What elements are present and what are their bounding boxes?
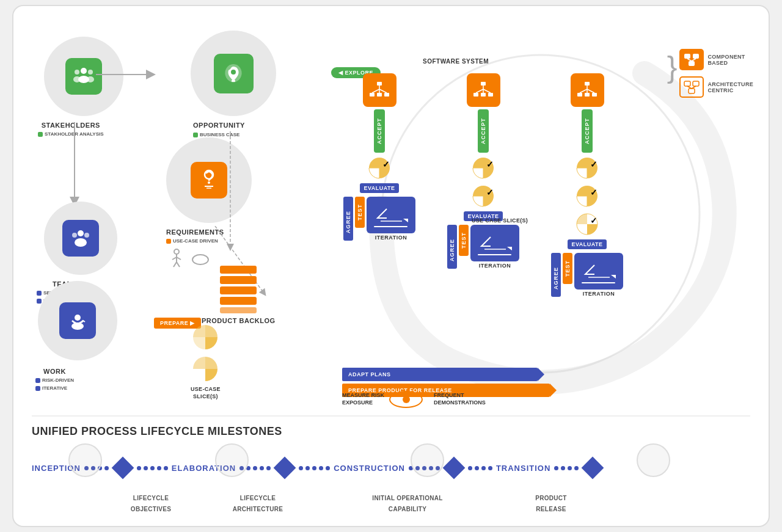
agree-btn-1[interactable]: AGREE [343,197,353,241]
milestone-3-label: INITIAL OPERATIONALCAPABILITY [372,495,442,512]
svg-rect-35 [693,54,699,59]
svg-rect-45 [370,93,375,97]
milestone-1-label: LIFECYCLEOBJECTIVES [131,495,171,512]
svg-text:✓: ✓ [382,159,390,169]
use-case-slices-label: USE-CASESLICE(S) [191,386,221,400]
iteration-col-2: ACCEPT ✓ ✓ EVALUATE [447,73,519,269]
pie-chart-1a: ✓ [367,155,392,181]
svg-point-10 [84,233,89,238]
component-icon [679,49,704,70]
svg-line-24 [174,262,177,267]
svg-line-22 [172,257,177,260]
svg-point-11 [75,315,81,321]
svg-line-37 [687,59,692,61]
svg-rect-40 [693,81,699,86]
milestone-2-label: LIFECYCLEARCHITECTURE [233,495,283,512]
architecture-centric-label: ARCHITECTURE CENTRIC [707,81,753,93]
test-btn-2[interactable]: TEST [459,225,469,256]
measure-risk-label: MEASURE RISK EXPOSURE [342,392,384,406]
agree-btn-3[interactable]: AGREE [551,253,561,297]
software-system-area: SOFTWARE SYSTEM [423,55,489,66]
opportunity-label: OPPORTUNITY [193,122,245,129]
accept-btn-1[interactable]: ACCEPT [374,109,385,153]
network-icon-1 [363,73,396,107]
svg-rect-29 [220,266,257,274]
svg-point-20 [174,249,179,254]
svg-rect-54 [473,93,478,97]
pie-chart-2a: ✓ [470,155,496,181]
evaluate-btn-1[interactable]: EVALUATE [360,183,398,193]
top-section: STAKEHOLDERS STAKHOLDER ANALYSIS [26,18,756,409]
construction-label: CONSTRUCTION [334,464,405,473]
svg-point-7 [78,230,84,236]
eye-icon [389,391,423,408]
product-backlog: PRODUCT BACKLOG [202,263,276,324]
diamond-1 [111,457,134,479]
work-label: WORK [35,368,74,375]
accept-btn-2[interactable]: ACCEPT [478,109,489,153]
adapt-plans-bar: ADAPT PLANS [342,368,538,381]
measure-risk-area: MEASURE RISK EXPOSURE FREQUENT DEMONSTRA… [342,391,486,408]
svg-rect-34 [684,54,690,59]
svg-text:✓: ✓ [590,188,597,197]
iteration-label-2: ITERATION [479,263,511,269]
diamond-3 [443,457,466,479]
iteration-label-1: ITERATION [375,235,407,241]
risk-driven-label: RISK-DRIVEN [35,377,74,383]
svg-line-69 [587,89,594,93]
svg-point-14 [231,70,236,75]
agree-btn-2[interactable]: AGREE [447,225,457,269]
component-based-label: COMPONENT BASED [707,54,745,66]
evaluate-btn-3[interactable]: EVALUATE [568,239,606,249]
svg-line-38 [692,59,696,61]
iteration-col-3: ACCEPT ✓ ✓ [551,73,623,297]
team-circle [44,202,117,275]
right-panel: EXPLORE SOFTWARE SYSTEM } [325,18,756,409]
svg-text:✓: ✓ [486,159,494,169]
architecture-centric-item: ARCHITECTURE CENTRIC [679,76,753,98]
svg-line-49 [372,89,379,93]
svg-line-23 [177,257,181,260]
frequent-demos-label: FREQUENT DEMONSTRATIONS [434,392,486,406]
test-btn-3[interactable]: TEST [563,253,572,284]
test-btn-1[interactable]: TEST [355,197,365,228]
svg-rect-47 [384,93,389,97]
pie-chart-3c: ✓ [574,211,600,237]
svg-line-25 [177,262,180,267]
svg-rect-30 [220,276,257,284]
svg-line-50 [379,89,387,93]
iteration-label-3: ITERATION [583,291,615,297]
iteration-col-1: ACCEPT ✓ EVALUATE AGREE TEST [343,73,415,241]
svg-line-59 [483,89,491,93]
network-icon-2 [467,73,500,107]
network-icon-3 [571,73,604,107]
svg-rect-31 [220,286,257,294]
svg-point-3 [73,76,81,82]
svg-text:✓: ✓ [486,188,494,197]
svg-rect-46 [377,93,382,97]
left-panel: STAKEHOLDERS STAKHOLDER ANALYSIS [26,18,160,409]
svg-point-17 [208,181,210,184]
work-circle [38,281,117,360]
svg-rect-66 [592,93,597,97]
opportunity-circle [191,31,276,116]
svg-point-4 [88,70,93,75]
svg-rect-56 [488,93,493,97]
use-case-slices-right-label: USE CASE SLICE(S) [472,217,528,224]
lifecycle-section: UNIFIED PROCESS LIFECYCLE MILESTONES INC… [26,409,756,514]
svg-rect-41 [689,89,695,93]
lifecycle-title: UNIFIED PROCESS LIFECYCLE MILESTONES [32,425,750,438]
main-container: STAKEHOLDERS STAKHOLDER ANALYSIS [12,5,770,527]
diamond-4 [582,457,604,479]
svg-line-68 [580,89,587,93]
svg-rect-44 [377,82,382,86]
diamond-2 [274,457,296,479]
iterative-label: ITERATIVE [35,385,74,391]
work-icon [59,302,96,339]
requirements-circle [166,137,252,223]
accept-btn-3[interactable]: ACCEPT [582,109,593,153]
svg-rect-65 [585,93,590,97]
iteration-box-2 [470,225,519,261]
curly-brace: } [667,52,678,82]
pie-chart-3a: ✓ [574,155,600,181]
